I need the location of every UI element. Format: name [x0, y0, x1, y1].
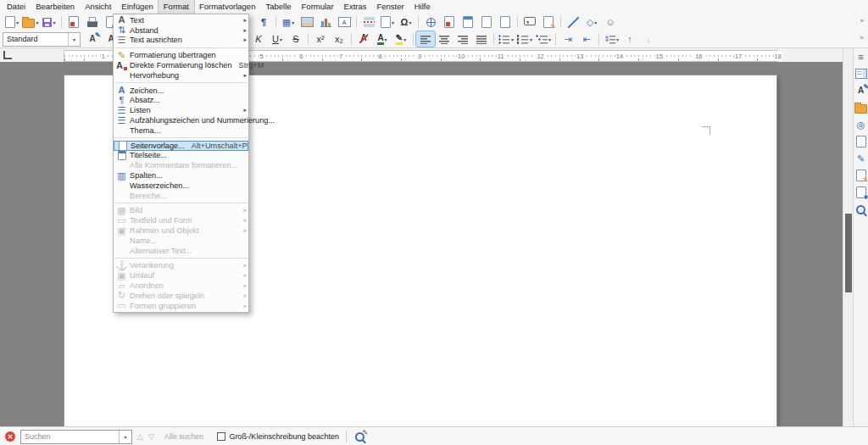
- move-paragraph-down-button[interactable]: ↓: [639, 31, 658, 47]
- menu-item-rahmen-und-objekt[interactable]: ▣Rahmen und Objekt: [114, 225, 248, 236]
- find-tab[interactable]: [854, 203, 868, 216]
- menu-item-text[interactable]: AText: [114, 15, 248, 25]
- export-pdf-button[interactable]: [64, 14, 83, 30]
- align-left-button[interactable]: [416, 31, 435, 47]
- menu-item-absatz[interactable]: ¶Absatz...: [114, 96, 248, 106]
- sidebar-settings-tab[interactable]: ≡: [854, 50, 868, 64]
- properties-tab[interactable]: [854, 67, 868, 81]
- menubar-item-ansicht[interactable]: Ansicht: [80, 0, 116, 14]
- outline-list-button[interactable]: [534, 31, 553, 47]
- menu-item-name[interactable]: Name...: [114, 236, 248, 246]
- highlight-color-button[interactable]: ✎: [392, 31, 410, 47]
- style-inspector-tab[interactable]: ✎: [854, 152, 868, 165]
- match-case-checkbox[interactable]: [217, 432, 225, 441]
- menu-item-alternativer-text[interactable]: Alternativer Text...: [114, 246, 248, 256]
- chevron-down-icon[interactable]: ▾: [119, 431, 131, 443]
- insert-hyperlink-button[interactable]: [421, 14, 440, 30]
- gallery-tab[interactable]: [854, 101, 868, 114]
- menubar-item-einfügen[interactable]: Einfügen: [116, 0, 159, 14]
- underline-button[interactable]: U: [268, 31, 287, 47]
- find-and-replace-button[interactable]: [353, 430, 367, 443]
- update-style-button[interactable]: A: [83, 31, 102, 47]
- close-icon[interactable]: ✕: [5, 431, 15, 442]
- insert-chart-button[interactable]: [316, 14, 335, 30]
- insert-bookmark-button[interactable]: [477, 14, 496, 30]
- design-tab[interactable]: [854, 186, 868, 199]
- find-previous-button[interactable]: △: [132, 432, 148, 441]
- toolbar-overflow-icon[interactable]: »: [860, 17, 864, 25]
- menu-item-direkte-formatierung-loeschen[interactable]: ADirekte Formatierung löschenStrg+M: [114, 60, 248, 70]
- menu-item-umlauf[interactable]: ▣Umlauf: [114, 270, 248, 281]
- chevron-down-icon[interactable]: ▾: [68, 33, 80, 46]
- formatting-marks-button[interactable]: ¶: [254, 14, 273, 30]
- insert-line-button[interactable]: [564, 14, 582, 30]
- insert-cross-reference-button[interactable]: [496, 14, 515, 30]
- basic-shapes-button[interactable]: ◇: [582, 14, 601, 30]
- increase-indent-button[interactable]: ⇥: [559, 31, 577, 47]
- justify-button[interactable]: [472, 31, 491, 47]
- paragraph-style-combo[interactable]: Standard ▾: [3, 32, 81, 47]
- symbol-shapes-button[interactable]: ☺: [601, 14, 620, 30]
- insert-textbox-button[interactable]: A: [335, 14, 353, 30]
- page-tab[interactable]: [854, 135, 868, 148]
- menu-item-verankerung[interactable]: ⚓Verankerung: [114, 261, 248, 271]
- menu-item-text-ausrichten[interactable]: ☰Text ausrichten: [114, 36, 248, 46]
- menu-item-thema[interactable]: Thema...: [114, 125, 248, 136]
- menu-item-spalten[interactable]: ▥Spalten...: [114, 170, 248, 181]
- font-color-button[interactable]: A: [373, 31, 392, 47]
- menu-item-zeichen[interactable]: AZeichen...: [114, 86, 248, 96]
- menu-item-formatierung-uebertragen[interactable]: ✎Formatierung übertragen: [114, 50, 248, 60]
- new-document-button[interactable]: [3, 14, 21, 30]
- print-button[interactable]: [83, 14, 102, 30]
- find-next-button[interactable]: ▽: [148, 432, 159, 441]
- italic-button[interactable]: K: [249, 31, 268, 47]
- menu-item-hervorhebung[interactable]: Hervorhebung: [114, 70, 248, 81]
- menu-item-alle-kommentare[interactable]: Alle Kommentare formatieren...: [114, 160, 248, 170]
- menubar-item-bearbeiten[interactable]: Bearbeiten: [31, 0, 80, 14]
- align-right-button[interactable]: [453, 31, 472, 47]
- menu-item-bild[interactable]: ▦Bild: [114, 206, 248, 216]
- menu-item-aufzaehlungszeichen[interactable]: ☰Aufzählungszeichen und Nummerierung...: [114, 115, 248, 125]
- unordered-list-button[interactable]: [497, 31, 515, 47]
- insert-table-button[interactable]: ▦: [279, 14, 298, 30]
- insert-footnote-button[interactable]: [440, 14, 459, 30]
- toolbar-overflow-icon[interactable]: »: [860, 34, 864, 42]
- menu-item-listen[interactable]: ☰Listen: [114, 105, 248, 115]
- scrollbar-thumb[interactable]: [845, 214, 852, 292]
- insert-special-character-button[interactable]: Ω: [397, 14, 415, 30]
- clear-formatting-button[interactable]: A: [354, 31, 373, 47]
- menu-item-textfeld-und-form[interactable]: ▭Textfeld und Form: [114, 215, 248, 225]
- superscript-button[interactable]: x²: [311, 31, 330, 47]
- menu-item-titelseite[interactable]: Titelseite...: [114, 151, 248, 161]
- move-paragraph-up-button[interactable]: ↑: [620, 31, 639, 47]
- menubar-item-extras[interactable]: Extras: [339, 0, 372, 14]
- open-button[interactable]: [21, 14, 40, 30]
- insert-field-button[interactable]: [378, 14, 397, 30]
- navigator-tab[interactable]: ◎: [854, 118, 868, 131]
- styles-tab[interactable]: A: [854, 84, 868, 97]
- line-spacing-button[interactable]: [602, 31, 620, 47]
- strikethrough-button[interactable]: S: [287, 31, 305, 47]
- menubar-item-format[interactable]: Format: [159, 0, 194, 14]
- track-changes-button[interactable]: [539, 14, 558, 30]
- menubar-item-formular[interactable]: Formular: [297, 0, 339, 14]
- menu-item-bereiche[interactable]: Bereiche...: [114, 191, 248, 201]
- insert-page-break-button[interactable]: [359, 14, 378, 30]
- decrease-indent-button[interactable]: ⇤: [577, 31, 596, 47]
- menu-item-formen-gruppieren[interactable]: ▭Formen gruppieren: [114, 301, 248, 311]
- manage-changes-tab[interactable]: [854, 169, 868, 182]
- insert-image-button[interactable]: [298, 14, 316, 30]
- menubar-item-datei[interactable]: Datei: [2, 0, 31, 14]
- tab-stop-selector[interactable]: [3, 51, 12, 59]
- menubar-item-fenster[interactable]: Fenster: [372, 0, 409, 14]
- save-button[interactable]: [40, 14, 58, 30]
- align-center-button[interactable]: [435, 31, 453, 47]
- find-all-button[interactable]: Alle suchen: [164, 432, 204, 441]
- menu-item-wasserzeichen[interactable]: Wasserzeichen...: [114, 181, 248, 191]
- menu-item-abstand[interactable]: ⇅Abstand: [114, 25, 248, 36]
- menu-item-anordnen[interactable]: ▱Anordnen: [114, 281, 248, 291]
- ordered-list-button[interactable]: [515, 31, 534, 47]
- menubar-item-hilfe[interactable]: Hilfe: [409, 0, 436, 14]
- menu-item-seitenvorlage[interactable]: Seitenvorlage...Alt+Umschalt+P: [114, 141, 248, 151]
- search-input[interactable]: Suchen ▾: [20, 430, 132, 444]
